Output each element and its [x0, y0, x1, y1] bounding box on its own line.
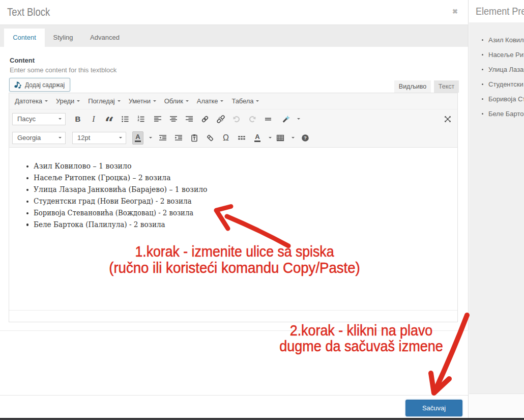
content-list-item: Боривоја Стевановића (Вождовац) - 2 вози…: [9, 207, 221, 219]
bold-button[interactable]: B: [72, 113, 83, 126]
modal-title: Text Block: [7, 6, 50, 19]
chevron-down-icon: [256, 100, 259, 102]
text-mode-tab[interactable]: Текст: [434, 80, 459, 93]
bullet-list-button[interactable]: [120, 113, 131, 126]
horizontal-rule-button[interactable]: [263, 113, 274, 126]
underline-color-button[interactable]: A: [252, 131, 263, 145]
save-button[interactable]: Sačuvaj: [405, 400, 462, 416]
param-description: Enter some content for this textblock: [10, 66, 117, 74]
clear-formatting-button[interactable]: [205, 131, 216, 145]
pagebreak-icon: [238, 134, 246, 142]
help-icon: ?: [301, 134, 309, 142]
preview-list-item: Улица Лазара Јанковића (Барајево) – 1 во…: [469, 62, 524, 77]
align-center-button[interactable]: [168, 113, 179, 126]
preview-list-item: Азил Ковилово – 1 возило: [469, 33, 524, 47]
toolbar-toggle-button-caret[interactable]: [296, 113, 301, 126]
underline-color-button-caret[interactable]: [268, 131, 273, 145]
text-color-button[interactable]: A: [132, 131, 143, 145]
blockquote-button[interactable]: “: [104, 113, 115, 126]
numbered-list-button[interactable]: [135, 113, 147, 126]
chevron-down-icon: [269, 137, 272, 138]
chevron-down-icon: [119, 137, 122, 138]
menu-табела[interactable]: Табела: [227, 93, 263, 109]
modal-header: Text Block ✖: [0, 0, 468, 26]
preview-list-item: Студентски град (Нови Београд) - 2 возил…: [469, 77, 524, 92]
content-list-item: Беле Бартока (Палилула) - 2 возила: [9, 219, 221, 231]
unlink-icon: [217, 115, 225, 123]
aligncenter-icon: [169, 115, 178, 123]
align-right-button[interactable]: [184, 113, 195, 126]
align-left-button[interactable]: [152, 113, 163, 126]
fontcolor2-icon: A: [254, 134, 260, 142]
chevron-down-icon: [153, 100, 156, 102]
paste-as-text-button[interactable]: [189, 131, 200, 145]
bottom-bar: [0, 418, 524, 420]
toolbar-toggle-button[interactable]: [280, 113, 292, 126]
menu-погледај[interactable]: Погледај: [84, 93, 124, 109]
add-media-button[interactable]: Додај садржај: [9, 78, 70, 92]
unlink-button[interactable]: [215, 113, 226, 126]
add-media-icon: [14, 81, 22, 89]
editor-menubar: ДатотекаУредиПогледајУметниОбликАлаткеТа…: [9, 93, 457, 109]
font-size-select[interactable]: 12pt: [72, 132, 126, 144]
font-family-select[interactable]: Georgia: [12, 132, 66, 144]
visual-mode-tab[interactable]: Видљиво: [394, 80, 431, 93]
fullscreen-icon: [444, 115, 452, 123]
tab-content[interactable]: Content: [4, 29, 45, 49]
editor-toolbar-2: Georgia12ptA Ω A ?: [9, 128, 457, 147]
eraser-icon: [206, 134, 214, 142]
menu-облик[interactable]: Облик: [160, 93, 193, 109]
table-button[interactable]: [275, 131, 286, 145]
tab-styling[interactable]: Styling: [47, 29, 79, 49]
panel-body: Азил Ковилово – 1 возилоНасеље Ритопек (…: [469, 22, 524, 394]
chevron-down-icon: [118, 100, 121, 102]
text-color-button-caret[interactable]: [148, 131, 153, 145]
menu-датотека[interactable]: Датотека: [11, 93, 52, 109]
text-block-modal: Text Block ✖ ContentStylingAdvanced Cont…: [0, 0, 469, 418]
table-button-caret[interactable]: [290, 131, 296, 145]
content-list-item: Насеље Ритопек (Гроцка) – 2 возила: [9, 172, 221, 184]
italic-button[interactable]: I: [88, 113, 99, 126]
outdent-button[interactable]: [157, 131, 168, 145]
close-icon[interactable]: ✖: [452, 8, 458, 15]
indent-icon: [174, 134, 183, 142]
param-label: Content: [10, 57, 35, 64]
menu-алатке[interactable]: Алатке: [193, 93, 228, 109]
table-icon: [276, 134, 284, 142]
chevron-down-icon: [45, 100, 48, 102]
outdent-icon: [159, 134, 167, 142]
tab-advanced[interactable]: Advanced: [82, 29, 127, 49]
italic-icon: I: [92, 115, 95, 124]
hr-icon: [264, 115, 272, 123]
menu-уметни[interactable]: Уметни: [125, 93, 160, 109]
fontcolor-icon: A: [135, 134, 140, 142]
add-media-label: Додај садржај: [25, 81, 65, 89]
chevron-down-icon: [59, 137, 62, 138]
indent-button[interactable]: [173, 131, 184, 145]
panel-header: Element Preview: [469, 0, 524, 22]
editor-statusbar: [9, 310, 457, 322]
editor-content[interactable]: Азил Ковилово – 1 возилоНасеље Ритопек (…: [9, 147, 457, 311]
chevron-down-icon: [77, 100, 80, 102]
bullist-icon: [121, 115, 129, 123]
content-list-item: Студентски град (Нови Београд) - 2 возил…: [9, 195, 221, 207]
special-character-button[interactable]: Ω: [220, 131, 231, 145]
chevron-down-icon: [292, 137, 295, 138]
redo-button[interactable]: [247, 113, 258, 126]
fullscreen-button[interactable]: [442, 113, 453, 126]
undo-button[interactable]: [231, 113, 242, 126]
numlist-icon: [137, 115, 145, 123]
preview-list: Азил Ковилово – 1 возилоНасеље Ритопек (…: [469, 33, 524, 122]
help-button[interactable]: ?: [300, 131, 311, 145]
preview-list-item: Беле Бартока (Палилула) - 2 возила: [469, 106, 524, 121]
page-break-button[interactable]: [236, 131, 247, 145]
undo-icon: [232, 115, 241, 123]
link-button[interactable]: [199, 113, 211, 126]
block-format-select[interactable]: Пасус: [12, 113, 66, 125]
chevron-down-icon: [297, 118, 300, 120]
screen: Text Block ✖ ContentStylingAdvanced Cont…: [0, 0, 524, 420]
chevron-down-icon: [220, 100, 223, 102]
blockquote-icon: “: [105, 117, 114, 126]
menu-уреди[interactable]: Уреди: [52, 93, 84, 109]
chevron-down-icon: [186, 100, 189, 102]
